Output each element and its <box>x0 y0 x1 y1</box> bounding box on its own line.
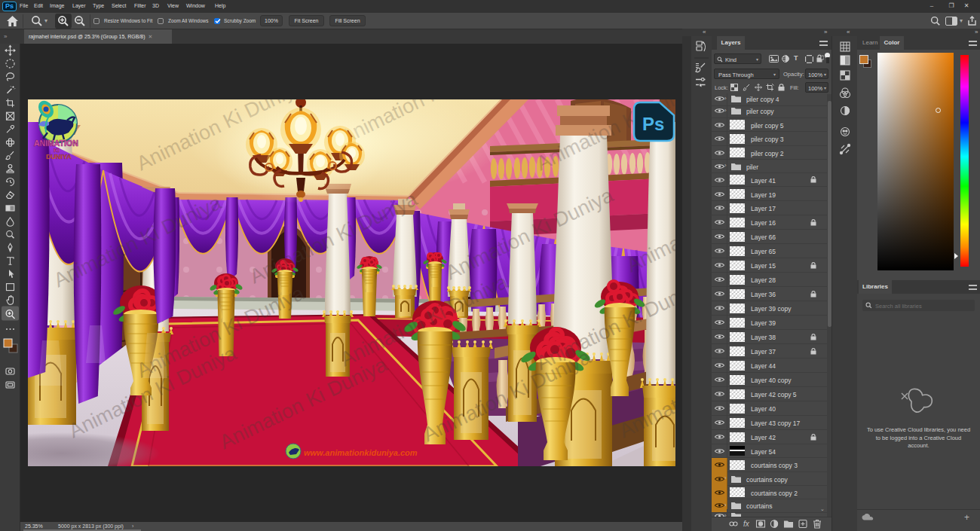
svg-text:fx: fx <box>743 520 750 528</box>
svg-text:Ps: Ps <box>642 114 664 134</box>
svg-text:www.animationkiduniya.com: www.animationkiduniya.com <box>304 448 418 457</box>
svg-text:DUNIYA: DUNIYA <box>46 153 72 160</box>
